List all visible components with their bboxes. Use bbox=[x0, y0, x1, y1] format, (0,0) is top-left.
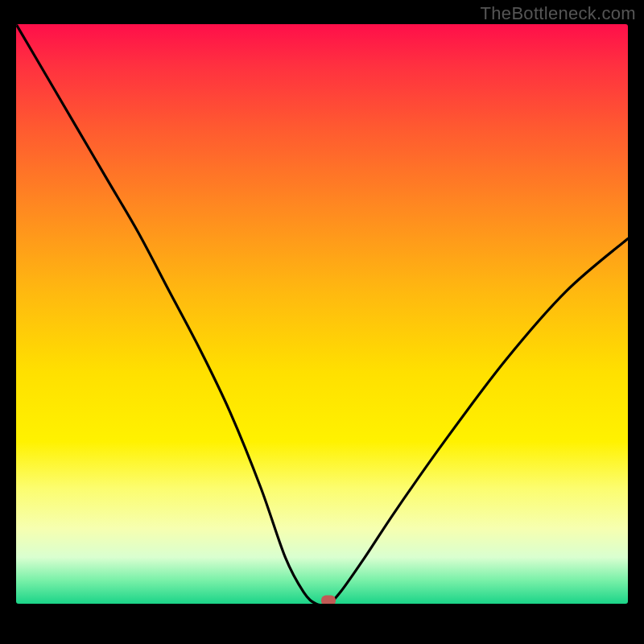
plot-area bbox=[16, 24, 628, 604]
bottleneck-curve bbox=[16, 24, 628, 604]
optimum-marker bbox=[321, 596, 336, 604]
attribution-watermark: TheBottleneck.com bbox=[481, 3, 636, 24]
chart-frame: TheBottleneck.com bbox=[0, 0, 644, 644]
